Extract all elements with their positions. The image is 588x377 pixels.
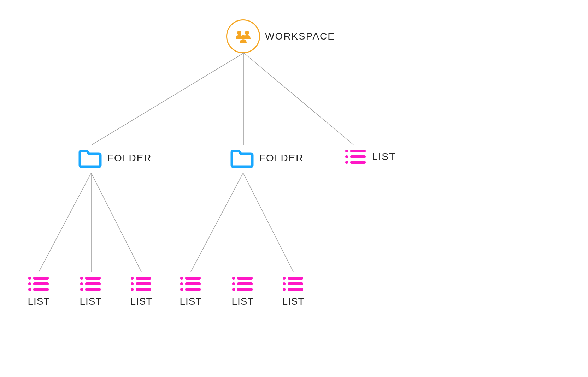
svg-rect-53	[288, 288, 303, 291]
svg-line-6	[191, 173, 243, 272]
svg-point-32	[131, 282, 134, 285]
workspace-label: WORKSPACE	[265, 31, 335, 42]
svg-rect-27	[85, 282, 101, 285]
node-leaf-6: LIST	[282, 275, 305, 307]
svg-point-50	[283, 282, 286, 285]
svg-rect-49	[288, 277, 303, 280]
node-leaf-4: LIST	[180, 275, 202, 307]
svg-point-52	[283, 288, 286, 291]
svg-rect-19	[33, 277, 49, 280]
svg-rect-17	[350, 161, 366, 164]
svg-rect-51	[288, 282, 303, 285]
svg-rect-21	[33, 282, 49, 285]
workspace-circle	[226, 19, 260, 53]
node-workspace: WORKSPACE	[226, 19, 335, 53]
list-icon	[80, 275, 102, 292]
leaf-1-label: LIST	[28, 296, 50, 307]
svg-rect-25	[85, 277, 101, 280]
list-icon	[282, 275, 305, 292]
svg-point-16	[345, 161, 348, 164]
svg-line-3	[39, 173, 91, 272]
leaf-2-label: LIST	[80, 296, 102, 307]
svg-point-34	[131, 288, 134, 291]
node-folder-1: FOLDER	[78, 148, 152, 168]
svg-rect-39	[185, 282, 201, 285]
svg-rect-35	[136, 288, 151, 291]
list-icon	[130, 275, 153, 292]
svg-rect-33	[136, 282, 151, 285]
svg-rect-29	[85, 288, 101, 291]
folder-icon	[78, 148, 102, 168]
svg-point-46	[232, 288, 235, 291]
svg-point-12	[345, 150, 348, 152]
list-right-label: LIST	[372, 151, 396, 162]
connector-lines	[0, 0, 588, 377]
svg-line-5	[91, 173, 141, 272]
svg-point-24	[80, 277, 83, 280]
list-icon	[345, 148, 367, 165]
svg-rect-13	[350, 150, 366, 152]
svg-point-26	[80, 282, 83, 285]
folder-2-label: FOLDER	[259, 152, 304, 164]
svg-point-14	[345, 155, 348, 158]
svg-rect-15	[350, 155, 366, 158]
leaf-3-label: LIST	[130, 296, 152, 307]
svg-point-22	[28, 288, 31, 291]
svg-line-2	[244, 53, 353, 145]
svg-point-36	[180, 277, 183, 280]
svg-point-20	[28, 282, 31, 285]
node-leaf-3: LIST	[130, 275, 153, 307]
node-leaf-1: LIST	[28, 275, 50, 307]
svg-rect-37	[185, 277, 201, 280]
svg-point-44	[232, 282, 235, 285]
svg-point-48	[283, 277, 286, 280]
svg-point-42	[232, 277, 235, 280]
svg-rect-45	[237, 282, 253, 285]
list-icon	[28, 275, 50, 292]
leaf-4-label: LIST	[180, 296, 202, 307]
node-list-right: LIST	[345, 148, 396, 165]
leaf-5-label: LIST	[231, 296, 254, 307]
node-leaf-2: LIST	[80, 275, 102, 307]
svg-point-18	[28, 277, 31, 280]
node-leaf-5: LIST	[231, 275, 254, 307]
folder-icon	[230, 148, 254, 168]
svg-rect-31	[136, 277, 151, 280]
list-icon	[180, 275, 202, 292]
folder-1-label: FOLDER	[107, 152, 152, 164]
svg-rect-47	[237, 288, 253, 291]
svg-rect-43	[237, 277, 253, 280]
svg-point-30	[131, 277, 134, 280]
node-folder-2: FOLDER	[230, 148, 304, 168]
list-icon	[231, 275, 254, 292]
svg-point-38	[180, 282, 183, 285]
diagram-stage: WORKSPACE FOLDER FOLDER	[0, 0, 588, 377]
svg-line-0	[92, 53, 244, 145]
svg-point-10	[245, 31, 249, 35]
svg-point-9	[237, 31, 241, 35]
users-icon	[234, 29, 252, 43]
svg-point-11	[241, 35, 245, 39]
svg-rect-23	[33, 288, 49, 291]
svg-line-8	[243, 173, 293, 272]
svg-rect-41	[185, 288, 201, 291]
svg-point-28	[80, 288, 83, 291]
leaf-6-label: LIST	[282, 296, 304, 307]
svg-point-40	[180, 288, 183, 291]
